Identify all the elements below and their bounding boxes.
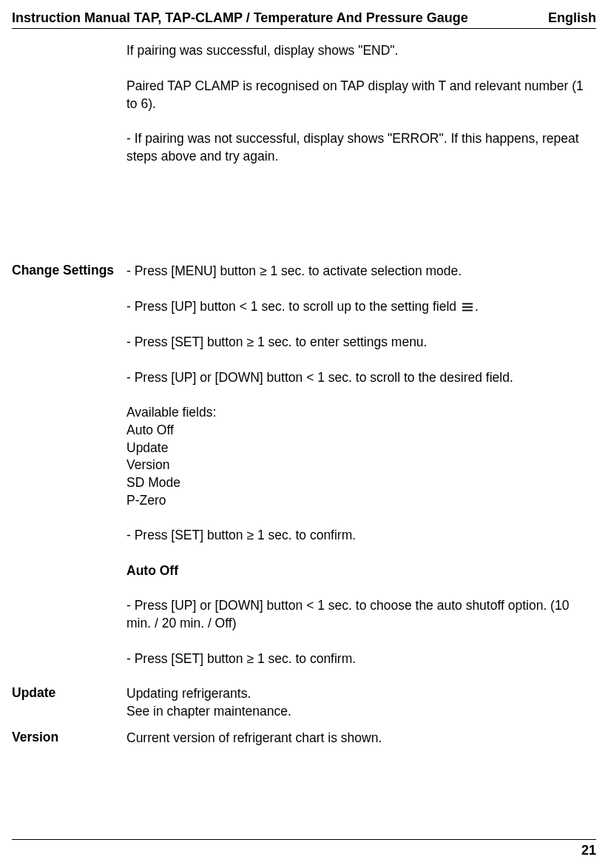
- update-label: Update: [12, 685, 126, 720]
- p2c: .: [475, 299, 479, 314]
- ge-symbol: ≥: [246, 334, 254, 349]
- version-label: Version: [12, 730, 126, 747]
- intro-section: If pairing was successful, display shows…: [12, 42, 596, 183]
- change-p2: - Press [UP] button < 1 sec. to scroll u…: [126, 298, 596, 316]
- update-body: Updating refrigerants. See in chapter ma…: [126, 685, 596, 720]
- p4a: - Press [UP] or [DOWN] button: [126, 370, 306, 385]
- change-p6: - Press [UP] or [DOWN] button < 1 sec. t…: [126, 597, 596, 632]
- lt-symbol: <: [240, 299, 247, 314]
- update-section: Update Updating refrigerants. See in cha…: [12, 685, 596, 720]
- version-section: Version Current version of refrigerant c…: [12, 730, 596, 747]
- p1b: 1 sec. to activate selection mode.: [267, 263, 462, 278]
- change-p4: - Press [UP] or [DOWN] button < 1 sec. t…: [126, 369, 596, 387]
- field-p-zero: P-Zero: [126, 492, 596, 510]
- version-body: Current version of refrigerant chart is …: [126, 730, 596, 747]
- p4b: 1 sec. to scroll to the desired field.: [314, 370, 513, 385]
- fields-label: Available fields:: [126, 404, 596, 422]
- header-language: English: [548, 9, 596, 27]
- p2a: - Press [UP] button: [126, 299, 240, 314]
- field-auto-off: Auto Off: [126, 422, 596, 440]
- page-number: 21: [581, 843, 596, 858]
- page-footer: 21: [12, 839, 596, 859]
- p2b: 1 sec. to scroll up to the setting field: [247, 299, 460, 314]
- ge-symbol: ≥: [246, 528, 254, 542]
- p3a: - Press [SET] button: [126, 334, 246, 349]
- lt-symbol: <: [306, 598, 314, 613]
- ge-symbol: ≥: [260, 263, 267, 278]
- p7a: - Press [SET] button: [126, 651, 246, 666]
- ge-symbol: ≥: [246, 651, 254, 666]
- intro-p2: Paired TAP CLAMP is recognised on TAP di…: [126, 78, 596, 112]
- p7b: 1 sec. to confirm.: [254, 651, 356, 666]
- change-p5: - Press [SET] button ≥ 1 sec. to confirm…: [126, 527, 596, 545]
- version-line1: Current version of refrigerant chart is …: [126, 730, 596, 747]
- auto-off-heading: Auto Off: [126, 562, 596, 580]
- change-p1: - Press [MENU] button ≥ 1 sec. to activa…: [126, 263, 596, 280]
- header-title: Instruction Manual TAP, TAP-CLAMP / Temp…: [12, 9, 468, 27]
- hamburger-icon: [462, 299, 473, 317]
- field-update: Update: [126, 440, 596, 457]
- section-gap: [12, 183, 596, 263]
- intro-body: If pairing was successful, display shows…: [126, 42, 596, 183]
- field-sd-mode: SD Mode: [126, 474, 596, 492]
- page-header: Instruction Manual TAP, TAP-CLAMP / Temp…: [12, 9, 596, 29]
- lt-symbol: <: [306, 370, 314, 385]
- change-p3: - Press [SET] button ≥ 1 sec. to enter s…: [126, 334, 596, 351]
- change-settings-label: Change Settings: [12, 263, 126, 685]
- p1a: - Press [MENU] button: [126, 263, 260, 278]
- change-p7: - Press [SET] button ≥ 1 sec. to confirm…: [126, 650, 596, 668]
- intro-p1: If pairing was successful, display shows…: [126, 42, 596, 60]
- small-gap: [12, 721, 596, 730]
- update-line2: See in chapter maintenance.: [126, 703, 596, 721]
- intro-label: [12, 42, 126, 183]
- change-settings-section: Change Settings - Press [MENU] button ≥ …: [12, 263, 596, 685]
- update-line1: Updating refrigerants.: [126, 685, 596, 703]
- intro-p3: - If pairing was not successful, display…: [126, 130, 596, 165]
- p6a: - Press [UP] or [DOWN] button: [126, 598, 306, 613]
- field-version: Version: [126, 457, 596, 474]
- p5b: 1 sec. to confirm.: [254, 528, 356, 542]
- p5a: - Press [SET] button: [126, 528, 246, 542]
- change-settings-body: - Press [MENU] button ≥ 1 sec. to activa…: [126, 263, 596, 685]
- p3b: 1 sec. to enter settings menu.: [254, 334, 427, 349]
